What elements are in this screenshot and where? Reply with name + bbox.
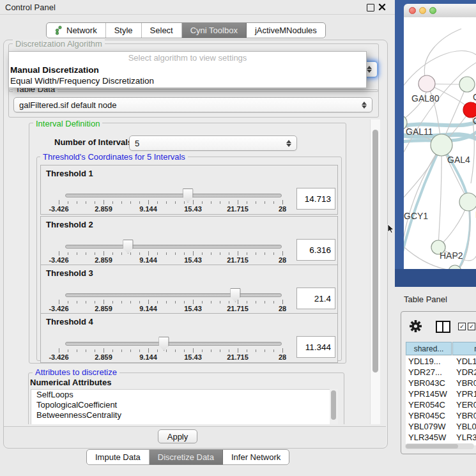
table-row[interactable]: YDL19...YDL1 bbox=[406, 356, 476, 367]
checkbox-icon[interactable]: ✓ bbox=[468, 323, 475, 330]
tab-jactivemnodules[interactable]: jActiveMNodules bbox=[247, 23, 325, 38]
discretization-algorithm-group-title: Discretization Algorithm bbox=[13, 40, 105, 49]
cell-name: YDR2 bbox=[456, 367, 476, 378]
popup-option-equal-width-frequency[interactable]: Equal Width/Frequency Discretization bbox=[9, 75, 366, 86]
float-window-icon[interactable] bbox=[367, 4, 374, 12]
network-node[interactable] bbox=[459, 77, 475, 92]
attributes-list-scrollbar-thumb[interactable] bbox=[331, 390, 336, 420]
slider-tick-labels: -3.4262.8599.14415.4321.71528 bbox=[59, 205, 282, 213]
tab-network[interactable]: Network bbox=[47, 23, 106, 38]
network-node[interactable] bbox=[459, 193, 476, 211]
main-scrollbar-thumb[interactable] bbox=[372, 130, 378, 372]
slider-track[interactable] bbox=[65, 293, 282, 297]
column-header-name[interactable]: n bbox=[452, 342, 476, 355]
bottom-tab-bar: Impute DataDiscretize DataInfer Network bbox=[86, 449, 289, 465]
top-tab-bar: NetworkStyleSelectCyni ToolboxjActiveMNo… bbox=[46, 22, 326, 38]
node-label: GCY1 bbox=[404, 211, 428, 221]
node-label: HAP2 bbox=[440, 250, 463, 261]
threshold-label: Threshold 2 bbox=[46, 220, 93, 229]
tab-infer-network[interactable]: Infer Network bbox=[223, 450, 289, 464]
slider-tick-labels: -3.4262.8599.14415.4321.71528 bbox=[59, 305, 282, 312]
control-panel-titlebar: Control Panel bbox=[0, 0, 395, 15]
threshold-label: Threshold 4 bbox=[46, 317, 93, 326]
cell-name: YPR1 bbox=[456, 388, 476, 399]
popup-option-manual-discretization[interactable]: Manual Discretization bbox=[9, 65, 366, 75]
popup-prompt: Select algorithm to view settings bbox=[9, 52, 366, 65]
gear-icon[interactable] bbox=[410, 320, 422, 332]
threshold-value-input[interactable] bbox=[296, 336, 335, 358]
table-row[interactable]: YBR045CYBR0 bbox=[406, 410, 476, 421]
slider-tick-labels: -3.4262.8599.14415.4321.71528 bbox=[59, 353, 282, 361]
threshold-box: Threshold 3-3.4262.8599.14415.4321.71528 bbox=[40, 265, 338, 314]
close-icon[interactable] bbox=[378, 3, 386, 11]
node-label: G. bbox=[473, 92, 476, 102]
column-header-shared-name[interactable]: shared... bbox=[406, 342, 452, 355]
numerical-attributes-label: Numerical Attributes bbox=[30, 378, 111, 387]
tab-label: Network bbox=[66, 26, 97, 35]
slider-track[interactable] bbox=[65, 194, 282, 197]
combo-arrows-icon bbox=[362, 102, 367, 109]
node-label: GAL11 bbox=[406, 127, 433, 137]
slider-track[interactable] bbox=[65, 245, 282, 249]
network-node[interactable] bbox=[418, 75, 435, 92]
apply-button[interactable]: Apply bbox=[158, 429, 197, 443]
combo-arrows-icon bbox=[286, 140, 291, 147]
slider-track[interactable] bbox=[65, 342, 282, 346]
cell-shared-name: YBR045C bbox=[408, 410, 445, 421]
table-data-combobox[interactable]: galFiltered.sif default node bbox=[13, 97, 372, 112]
tab-select[interactable]: Select bbox=[142, 23, 182, 38]
number-of-intervals-combobox[interactable]: 5 bbox=[129, 135, 297, 151]
control-panel-title: Control Panel bbox=[5, 3, 56, 12]
threshold-value-input[interactable] bbox=[296, 239, 335, 261]
tab-impute-data[interactable]: Impute Data bbox=[87, 450, 150, 464]
tab-discretize-data[interactable]: Discretize Data bbox=[150, 450, 223, 464]
cell-shared-name: YDL19... bbox=[408, 356, 441, 367]
checkbox-icon[interactable]: ✓ bbox=[458, 323, 466, 330]
window-close-button[interactable] bbox=[409, 7, 416, 14]
network-frame-bottom bbox=[395, 269, 476, 287]
attribute-item[interactable]: TopologicalCoefficient bbox=[31, 400, 330, 410]
cell-shared-name: YBR043C bbox=[408, 378, 445, 388]
table-horizontal-scrollbar-thumb[interactable] bbox=[406, 444, 458, 449]
interval-definition-group-title: Interval Definition bbox=[33, 119, 102, 128]
table-row[interactable]: YBL079WYBL0 bbox=[406, 421, 476, 432]
table-panel-title: Table Panel bbox=[404, 295, 447, 304]
table-data-combobox-value: galFiltered.sif default node bbox=[19, 100, 116, 110]
tab-cyni-toolbox[interactable]: Cyni Toolbox bbox=[182, 23, 247, 38]
threshold-value-input[interactable] bbox=[296, 288, 335, 309]
attribute-item[interactable]: SelfLoops bbox=[31, 390, 330, 400]
attribute-item[interactable]: BetweennessCentrality bbox=[31, 410, 330, 420]
number-of-intervals-label: Number of Intervals bbox=[54, 137, 132, 147]
network-node[interactable] bbox=[431, 134, 452, 156]
network-canvas[interactable]: GAL80G.CGAL11GAL4GCY1HHAP2 bbox=[404, 17, 476, 269]
network-nodes[interactable]: GAL80G.CGAL11GAL4GCY1HHAP2 bbox=[404, 75, 476, 269]
tab-style[interactable]: Style bbox=[106, 23, 142, 38]
slider-tick-labels: -3.4262.8599.14415.4321.71528 bbox=[59, 256, 282, 264]
main-scrollbar[interactable] bbox=[370, 119, 380, 424]
table-horizontal-scrollbar[interactable] bbox=[405, 443, 474, 449]
table-row[interactable]: YPR145WYPR1 bbox=[406, 388, 476, 399]
attributes-list-scrollbar[interactable] bbox=[330, 389, 338, 424]
columns-icon[interactable] bbox=[436, 321, 450, 333]
threshold-value-input[interactable] bbox=[296, 188, 335, 210]
table-row[interactable]: YER054CYER0 bbox=[406, 399, 476, 410]
cell-name: YBR0 bbox=[456, 410, 476, 421]
settings-scroll-viewport: Interval Definition Number of Intervals … bbox=[8, 119, 369, 424]
threshold-label: Threshold 1 bbox=[46, 169, 93, 178]
cell-name: YLR3 bbox=[456, 432, 476, 443]
tab-label: jActiveMNodules bbox=[255, 26, 317, 35]
cell-shared-name: YPR145W bbox=[408, 388, 447, 399]
attributes-list[interactable]: SelfLoopsTopologicalCoefficientBetweenne… bbox=[31, 389, 331, 424]
tab-label: Style bbox=[114, 26, 133, 35]
window-minimize-button[interactable] bbox=[419, 7, 426, 14]
network-window-titlebar bbox=[404, 4, 476, 18]
application-window: Control Panel NetworkStyleSelectCyni Too… bbox=[0, 0, 476, 476]
table-row[interactable]: YLR345WYLR3 bbox=[406, 432, 476, 443]
threshold-label: Threshold 3 bbox=[46, 268, 93, 278]
threshold-box: Threshold 2-3.4262.8599.14415.4321.71528 bbox=[40, 216, 338, 266]
table-row[interactable]: YDR27...YDR2 bbox=[406, 367, 476, 378]
window-zoom-button[interactable] bbox=[429, 7, 436, 14]
node-label: GAL4 bbox=[447, 155, 470, 165]
table-rows[interactable]: YDL19...YDL1YDR27...YDR2YBR043CYBR0YPR14… bbox=[406, 356, 476, 445]
table-row[interactable]: YBR043CYBR0 bbox=[406, 378, 476, 388]
